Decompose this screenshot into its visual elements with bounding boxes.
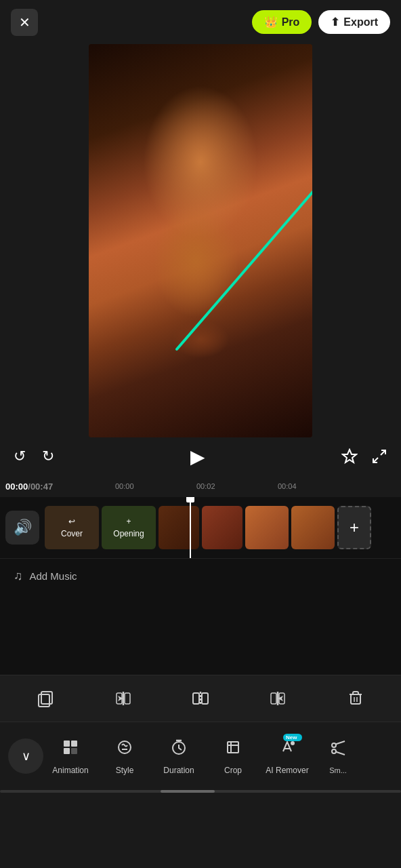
pro-label: Pro bbox=[282, 16, 300, 28]
clip-video-1[interactable] bbox=[159, 506, 199, 549]
opening-label: Opening bbox=[113, 529, 144, 538]
scroll-thumb bbox=[161, 790, 215, 793]
svg-line-3 bbox=[381, 450, 385, 455]
close-button[interactable]: ✕ bbox=[11, 9, 38, 36]
delete-tool-button[interactable] bbox=[338, 681, 373, 716]
svg-rect-19 bbox=[64, 741, 70, 747]
export-icon: ⬆ bbox=[331, 16, 339, 28]
video-preview bbox=[89, 44, 312, 437]
play-button[interactable]: ▶ bbox=[183, 441, 213, 471]
playhead bbox=[190, 497, 191, 558]
nav-item-style[interactable]: Style bbox=[98, 732, 152, 781]
playback-left: ↺ ↻ bbox=[14, 448, 54, 465]
redo-icon: ↻ bbox=[42, 448, 54, 465]
speaker-icon: 🔊 bbox=[14, 519, 32, 536]
clip-track: ↩ Cover + Opening + bbox=[45, 506, 396, 549]
svg-point-33 bbox=[332, 749, 336, 753]
svg-point-32 bbox=[332, 743, 336, 747]
add-music-row[interactable]: ♫ Add Music bbox=[0, 558, 401, 593]
time-marks: 00:00 00:02 00:04 bbox=[108, 475, 401, 497]
clip-opening[interactable]: + Opening bbox=[102, 506, 156, 549]
play-icon: ▶ bbox=[190, 446, 205, 468]
svg-line-4 bbox=[373, 458, 378, 462]
nav-item-animation[interactable]: Animation bbox=[43, 732, 98, 781]
bottom-nav: ∨ Animation Styl bbox=[0, 722, 401, 790]
crop-label: Crop bbox=[224, 766, 242, 775]
svg-rect-21 bbox=[64, 748, 70, 754]
clip-video-2[interactable] bbox=[202, 506, 242, 549]
svg-rect-14 bbox=[271, 693, 276, 704]
resize-arrow bbox=[89, 44, 312, 437]
nav-item-smart-cut[interactable]: Sm... bbox=[314, 732, 362, 781]
ai-remover-icon: New bbox=[278, 738, 297, 762]
timeline-tracks: 🔊 ↩ Cover + Opening + bbox=[0, 497, 401, 558]
timeline-ruler: 00:00/00:47 00:00 00:02 00:04 bbox=[0, 475, 401, 497]
svg-rect-22 bbox=[71, 748, 77, 754]
clip-video-3[interactable] bbox=[245, 506, 289, 549]
svg-rect-9 bbox=[125, 693, 130, 704]
cover-label: Cover bbox=[61, 529, 83, 538]
time-mark-0: 00:00 bbox=[115, 482, 134, 490]
split-tool-button[interactable] bbox=[183, 681, 218, 716]
svg-rect-11 bbox=[202, 693, 208, 704]
redo-button[interactable]: ↻ bbox=[42, 448, 54, 465]
crop-icon bbox=[224, 738, 242, 762]
svg-rect-6 bbox=[41, 692, 52, 704]
svg-point-23 bbox=[119, 741, 131, 753]
svg-rect-20 bbox=[71, 741, 77, 747]
add-icon: + bbox=[350, 518, 359, 537]
time-mark-2: 00:02 bbox=[196, 482, 215, 490]
undo-button[interactable]: ↺ bbox=[14, 448, 26, 465]
pro-button[interactable]: 👑 Pro bbox=[252, 10, 312, 34]
add-clip-button[interactable]: + bbox=[337, 506, 371, 549]
nav-item-duration[interactable]: Duration bbox=[152, 732, 206, 781]
time-current: 00:00/00:47 bbox=[5, 481, 53, 492]
nav-item-ai-remover[interactable]: New AI Remover bbox=[260, 732, 314, 781]
export-button[interactable]: ⬆ Export bbox=[318, 10, 390, 34]
svg-rect-5 bbox=[39, 694, 49, 707]
scroll-indicator bbox=[0, 790, 401, 793]
top-bar: ✕ 👑 Pro ⬆ Export bbox=[0, 0, 401, 44]
magic-button[interactable] bbox=[341, 448, 358, 465]
nav-item-crop[interactable]: Crop bbox=[206, 732, 260, 781]
svg-marker-2 bbox=[343, 450, 356, 462]
svg-line-35 bbox=[336, 751, 345, 755]
fullscreen-button[interactable] bbox=[371, 448, 387, 465]
copy-tool-button[interactable] bbox=[28, 681, 63, 716]
svg-point-31 bbox=[291, 741, 295, 745]
clip-video-4[interactable] bbox=[291, 506, 335, 549]
playback-controls: ↺ ↻ ▶ bbox=[0, 437, 401, 475]
music-note-icon: ♫ bbox=[14, 569, 23, 583]
duration-icon bbox=[169, 738, 188, 762]
nav-items: Animation Style Duration bbox=[43, 732, 401, 781]
svg-line-0 bbox=[177, 98, 312, 349]
export-label: Export bbox=[343, 16, 378, 28]
video-background bbox=[89, 44, 312, 437]
ai-remover-label: AI Remover bbox=[266, 766, 308, 775]
undo-icon: ↺ bbox=[14, 448, 26, 465]
animation-label: Animation bbox=[52, 766, 88, 775]
clip-cover[interactable]: ↩ Cover bbox=[45, 506, 99, 549]
split-right-tool-button[interactable] bbox=[260, 681, 295, 716]
svg-rect-27 bbox=[228, 742, 238, 753]
svg-rect-16 bbox=[351, 694, 360, 704]
opening-icon: + bbox=[126, 517, 131, 526]
svg-line-34 bbox=[336, 741, 345, 745]
collapse-button[interactable]: ∨ bbox=[8, 738, 43, 774]
split-left-tool-button[interactable] bbox=[106, 681, 141, 716]
svg-rect-10 bbox=[193, 693, 199, 704]
timeline-spacer bbox=[0, 593, 401, 675]
duration-label: Duration bbox=[163, 766, 194, 775]
animation-icon bbox=[61, 738, 80, 762]
volume-icon[interactable]: 🔊 bbox=[5, 511, 39, 545]
bottom-toolbar bbox=[0, 675, 401, 722]
collapse-icon: ∨ bbox=[22, 749, 30, 764]
time-total: 00:47 bbox=[30, 481, 53, 492]
cover-icon: ↩ bbox=[68, 517, 75, 526]
crown-icon: 👑 bbox=[264, 16, 278, 28]
style-label: Style bbox=[116, 766, 134, 775]
smart-cut-label: Sm... bbox=[329, 766, 347, 774]
time-mark-4: 00:04 bbox=[278, 482, 297, 490]
add-music-label: Add Music bbox=[30, 570, 77, 582]
smart-cut-icon bbox=[329, 738, 347, 762]
